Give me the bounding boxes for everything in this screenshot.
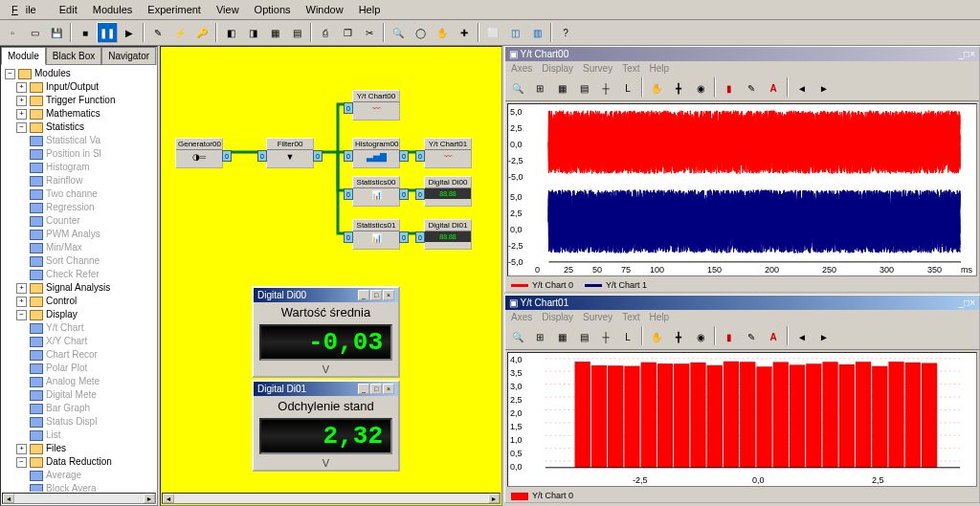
zoom-icon[interactable]: 🔍 [507, 326, 528, 347]
block-ytchart00[interactable]: Y/t Chart00 〰 0 [352, 90, 400, 121]
tree-item[interactable]: Regression [46, 201, 95, 214]
tree-item[interactable]: Chart Recor [46, 348, 98, 362]
log-icon[interactable]: L [617, 326, 638, 347]
marker-icon[interactable]: ◉ [690, 326, 711, 347]
pen-icon[interactable]: ✎ [741, 326, 762, 347]
scroll-left-icon[interactable]: ◄ [163, 494, 174, 503]
chart-menu-help[interactable]: Help [650, 312, 670, 322]
block-statistics01[interactable]: Statistics01 📊 0 0 [352, 219, 400, 250]
worksheet-canvas[interactable]: Generator00 ◑═ 0 Filter00 ▼ 0 0 Y/t Char… [160, 46, 502, 506]
win3-icon[interactable]: ▥ [526, 22, 547, 43]
open-icon[interactable]: ▭ [24, 22, 45, 43]
tree-item[interactable]: Two channe [46, 187, 98, 201]
output-port[interactable]: 0 [313, 150, 323, 162]
menu-edit[interactable]: Edit [52, 2, 85, 17]
scroll-left-icon[interactable]: ◄ [3, 494, 14, 503]
block-ytchart01[interactable]: Y/t Chart01 〰 0 [424, 138, 472, 168]
menu-help[interactable]: Help [351, 2, 389, 17]
expand-icon[interactable]: + [16, 109, 27, 120]
input-port[interactable]: 0 [415, 188, 425, 200]
pan-icon[interactable]: ✋ [646, 326, 667, 347]
collapse-icon[interactable]: − [16, 457, 27, 468]
tool-d-icon[interactable]: ▤ [286, 22, 307, 43]
menu-experiment[interactable]: Experiment [140, 2, 209, 17]
input-port[interactable]: 0 [344, 231, 353, 243]
axes-icon[interactable]: ┼ [595, 326, 616, 347]
input-port[interactable]: 0 [344, 150, 353, 162]
tree-item[interactable]: PWM Analys [46, 228, 100, 241]
tool-c-icon[interactable]: ▦ [264, 22, 285, 43]
tree-files[interactable]: Files [46, 442, 66, 455]
canvas-hscroll[interactable]: ◄ ► [162, 493, 501, 504]
tree-signal[interactable]: Signal Analysis [46, 281, 110, 295]
menu-window[interactable]: Window [299, 2, 351, 17]
tree-item[interactable]: Rainflow [46, 174, 82, 187]
color-icon[interactable]: ▮ [719, 326, 740, 347]
expand-icon[interactable]: + [16, 283, 27, 294]
text-icon[interactable]: A [763, 326, 784, 347]
chart-menu-survey[interactable]: Survey [583, 63, 612, 74]
tree-item[interactable]: Check Refer [46, 268, 100, 281]
new-icon[interactable]: ▫ [2, 22, 23, 43]
block-digitaldi00[interactable]: Digital Di00 88.88 0 [424, 176, 472, 207]
minimize-icon[interactable]: _ [358, 384, 369, 394]
tab-module[interactable]: Module [1, 47, 46, 65]
marker-icon[interactable]: ✚ [454, 22, 475, 43]
collapse-icon[interactable]: − [5, 69, 15, 79]
yt-chart01-window[interactable]: ▣ Y/t Chart01 _□× Axes Display Survey Te… [504, 295, 980, 503]
pan-icon[interactable]: ✋ [646, 77, 667, 99]
chart-plot-area[interactable]: 4,0 3,5 3,0 2,5 2,0 1,5 1,0 0,5 0,0 -2,5… [507, 352, 977, 487]
fit-icon[interactable]: ⊞ [529, 326, 550, 347]
collapse-icon[interactable]: − [16, 122, 27, 133]
block-generator00[interactable]: Generator00 ◑═ 0 [175, 138, 223, 168]
tree-trigger[interactable]: Trigger Function [46, 94, 115, 107]
tree-control[interactable]: Control [46, 295, 77, 308]
scroll-track[interactable] [174, 494, 488, 503]
tree-item[interactable]: Position in Sl [46, 147, 101, 161]
fit-icon[interactable]: ⊞ [529, 77, 550, 99]
tree-item[interactable]: X/Y Chart [46, 335, 87, 348]
save-icon[interactable]: 💾 [46, 22, 67, 43]
prev-icon[interactable]: ◄ [791, 77, 813, 99]
copy-icon[interactable]: ❐ [337, 22, 358, 43]
expand-icon[interactable]: + [16, 96, 27, 106]
chart-menu-survey[interactable]: Survey [583, 312, 612, 322]
chart-menu-help[interactable]: Help [650, 63, 670, 74]
output-port[interactable]: 0 [399, 231, 409, 243]
output-port[interactable]: 0 [399, 150, 409, 162]
tree-datared[interactable]: Data Reduction [46, 455, 112, 469]
chart-menu-axes[interactable]: Axes [511, 312, 532, 322]
block-digitaldi01[interactable]: Digital Di01 88.88 0 [424, 219, 472, 250]
cursor-icon[interactable]: ╋ [668, 77, 689, 99]
scroll-right-icon[interactable]: ► [144, 494, 155, 503]
cut-icon[interactable]: ✂ [359, 22, 380, 43]
tree-item[interactable]: Bar Graph [46, 402, 90, 415]
close-icon[interactable]: × [383, 384, 394, 394]
input-port[interactable]: 0 [257, 150, 267, 162]
tree-item[interactable]: Min/Max [46, 241, 82, 254]
sidebar-hscroll[interactable]: ◄ ► [2, 493, 156, 504]
tree-item[interactable]: Statistical Va [46, 134, 100, 147]
key-icon[interactable]: 🔑 [191, 22, 212, 43]
module-tree[interactable]: −Modules +Input/Output +Trigger Function… [1, 65, 157, 492]
zoom-in-icon[interactable]: 🔍 [388, 22, 409, 43]
tree-item[interactable]: Average [46, 469, 81, 482]
tree-item[interactable]: Y/t Chart [46, 321, 83, 335]
next-icon[interactable]: ► [813, 77, 835, 99]
digital-display-panel-1[interactable]: Digital Di01 _□× Odchylenie stand 2,32 V [252, 380, 400, 472]
tool-a-icon[interactable]: ◧ [220, 22, 241, 43]
chart-titlebar[interactable]: ▣ Y/t Chart01 _□× [505, 296, 979, 310]
collapse-icon[interactable]: − [16, 310, 27, 320]
close-icon[interactable]: × [383, 290, 394, 300]
tree-item[interactable]: Counter [46, 214, 80, 228]
help-icon[interactable]: ? [555, 22, 576, 43]
hand-icon[interactable]: ✋ [432, 22, 453, 43]
zoom-icon[interactable]: 🔍 [507, 77, 528, 99]
block-statistics00[interactable]: Statistics00 📊 0 0 [352, 176, 400, 207]
tree-item[interactable]: List [46, 429, 61, 442]
chart-menu-display[interactable]: Display [542, 312, 573, 322]
tree-math[interactable]: Mathematics [46, 107, 100, 121]
block-histogram00[interactable]: Histogram00 ▃▅▇ 0 0 [352, 138, 400, 168]
expand-icon[interactable]: + [16, 82, 27, 93]
chart-plot-area[interactable]: 5,0 2,5 0,0 -2,5 -5,0 5,0 2,5 0,0 -2,5 -… [507, 103, 977, 276]
